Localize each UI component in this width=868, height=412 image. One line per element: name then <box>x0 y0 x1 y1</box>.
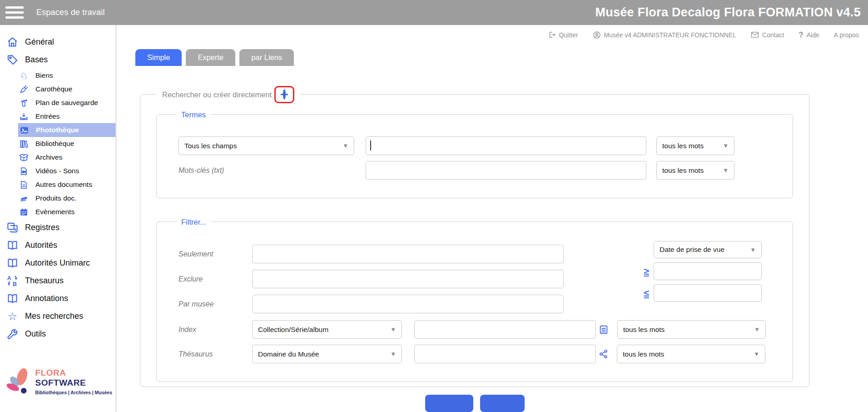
sidebar-item-autres-documents[interactable]: Autres documents <box>18 178 116 191</box>
sidebar-item-label: Archives <box>35 153 62 161</box>
user-icon <box>593 31 601 39</box>
field-select[interactable]: Tous les champs▼ <box>179 136 354 155</box>
exclure-label: Exclure <box>179 275 252 283</box>
chevron-down-icon: ▼ <box>750 246 756 253</box>
sidebar-item-label: Bases <box>25 55 48 65</box>
sidebar-item-archives[interactable]: Archives <box>18 151 116 164</box>
star-icon: ☆ <box>6 310 19 322</box>
date-to-input[interactable] <box>654 284 762 302</box>
logo-tagline: Bibliothèques | Archives | Musées <box>35 390 116 395</box>
chevron-down-icon: ▼ <box>390 351 396 357</box>
home-icon <box>6 36 19 48</box>
text-caret <box>370 141 371 151</box>
open-book-icon <box>6 292 19 305</box>
sidebar-item-label: Entrées <box>35 112 60 121</box>
sidebar-item-label: Evènements <box>35 208 74 216</box>
thesaurus-input[interactable] <box>414 345 596 363</box>
sidebar-item-videos-sons[interactable]: Vidéos - Sons <box>18 164 116 178</box>
sidebar-item-bases[interactable]: Bases <box>0 51 116 69</box>
search-term-input[interactable] <box>366 136 646 155</box>
words-mode-select-1[interactable]: tous les mots▼ <box>656 136 734 155</box>
filtrer-fieldset: Filtrer... Seulement Exclure Par musée <box>156 221 793 382</box>
hamburger-menu-icon[interactable] <box>5 6 24 19</box>
sidebar-item-annotations[interactable]: Annotations <box>0 290 116 307</box>
quitter-link[interactable]: Quitter <box>548 31 578 39</box>
sidebar-item-evenements[interactable]: Evènements <box>18 205 116 219</box>
par-musee-input[interactable] <box>252 295 564 313</box>
hierarchy-share-icon[interactable] <box>599 349 608 359</box>
chess-knight-icon: ♘ <box>19 71 29 80</box>
par-musee-label: Par musée <box>179 300 252 308</box>
carrot-icon <box>19 85 29 94</box>
calendar-icon <box>19 207 29 217</box>
sidebar-item-thesaurus[interactable]: ABThesaurus <box>0 272 116 290</box>
sidebar-item-label: Produits doc. <box>35 194 76 202</box>
sidebar-item-registres[interactable]: Registres <box>0 219 116 236</box>
tab-simple[interactable]: Simple <box>135 49 182 66</box>
image-icon <box>20 126 29 135</box>
mots-cles-label: Mots-clés (txt) <box>179 166 354 175</box>
app-title: Musée Flora Decalog Flora FORMATION v4.5 <box>595 5 861 20</box>
flora-flower-icon <box>5 367 32 397</box>
thesaurus-words-select[interactable]: tous les mots▼ <box>617 345 765 363</box>
paper-stack-icon <box>19 194 29 203</box>
page: Espaces de travail Musée Flora Decalog F… <box>0 0 868 412</box>
top-bar: Espaces de travail Musée Flora Decalog F… <box>0 0 868 25</box>
annotation-highlight <box>274 86 294 103</box>
sidebar-item-entrees[interactable]: Entrées <box>18 110 116 123</box>
svg-text:A: A <box>7 275 11 281</box>
index-book-icon[interactable] <box>599 325 609 335</box>
mots-cles-input[interactable] <box>366 161 646 180</box>
sidebar-item-label: Registres <box>25 223 60 232</box>
aide-link[interactable]: ? Aide <box>799 30 819 40</box>
words-mode-select-2[interactable]: tous les mots▼ <box>656 161 734 180</box>
bottom-button-2[interactable] <box>480 395 525 412</box>
sidebar-item-label: Thesaurus <box>25 276 64 286</box>
sidebar-item-plan-de-sauvegarde[interactable]: Plan de sauvegarde <box>18 96 116 110</box>
sidebar-item-biens[interactable]: ♘Biens <box>18 69 116 82</box>
tag-icon <box>6 54 19 66</box>
open-book-icon <box>6 239 19 251</box>
apropos-link[interactable]: A propos <box>834 31 859 39</box>
date-from-input[interactable] <box>654 262 762 280</box>
logo-brand: FLORA SOFTWARE <box>35 368 116 388</box>
sidebar-item-outils[interactable]: Outils <box>0 325 116 343</box>
index-words-select[interactable]: tous les mots▼ <box>617 320 766 339</box>
index-select[interactable]: Collection/Série/album▼ <box>252 320 402 339</box>
date-field-select[interactable]: Date de prise de vue▼ <box>654 241 762 258</box>
bottom-actions <box>140 395 809 412</box>
search-or-create-fieldset: Rechercher ou créer directement Termes T… <box>140 94 809 387</box>
sidebar-item-general[interactable]: Général <box>0 33 116 51</box>
fieldset-legend: Rechercher ou créer directement <box>162 90 272 99</box>
flora-logo: FLORA SOFTWARE Bibliothèques | Archives … <box>0 367 116 397</box>
svg-text:B: B <box>13 281 17 287</box>
user-account-link[interactable]: Musée v4 ADMINISTRATEUR FONCTIONNEL <box>593 31 736 39</box>
tab-par-liens[interactable]: par Liens <box>239 49 294 66</box>
termes-legend: Termes <box>177 111 210 119</box>
chevron-down-icon: ▼ <box>723 167 729 174</box>
sidebar-item-label: Général <box>25 37 54 47</box>
open-box-icon <box>19 153 29 162</box>
index-input[interactable] <box>414 320 596 339</box>
sidebar-item-produits-doc[interactable]: Produits doc. <box>18 191 116 205</box>
question-mark-icon: ? <box>799 30 803 40</box>
exclure-input[interactable] <box>252 270 564 288</box>
contact-link[interactable]: Contact <box>751 31 784 39</box>
sidebar-item-bibliotheque[interactable]: Bibliothèque <box>18 137 116 151</box>
seulement-input[interactable] <box>252 245 564 263</box>
sidebar-item-label: Autres documents <box>35 181 92 189</box>
chevron-down-icon: ▼ <box>754 351 759 357</box>
secondary-header: Quitter Musée v4 ADMINISTRATEUR FONCTION… <box>116 25 868 45</box>
tab-experte[interactable]: Experte <box>186 49 235 66</box>
sidebar-item-mes-recherches[interactable]: ☆Mes recherches <box>0 307 116 325</box>
thesaurus-label: Thésaurus <box>179 350 252 358</box>
sidebar-item-carotheque[interactable]: Carothèque <box>18 82 116 96</box>
sidebar-item-phototheque[interactable]: Photothèque <box>18 123 115 137</box>
sidebar-item-autorites-unimarc[interactable]: Autorités Unimarc <box>0 254 116 272</box>
wrench-icon <box>6 328 19 340</box>
sidebar-item-autorites[interactable]: Autorités <box>0 236 116 254</box>
thesaurus-select[interactable]: Domaine du Musée▼ <box>252 345 402 363</box>
chevron-down-icon: ▼ <box>754 326 760 333</box>
bottom-button-1[interactable] <box>425 395 473 412</box>
add-record-button[interactable] <box>283 89 286 100</box>
